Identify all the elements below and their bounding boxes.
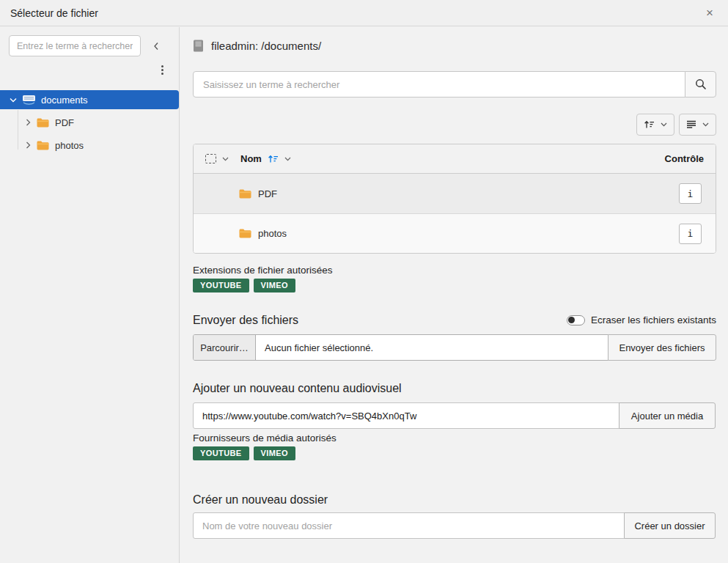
file-browser-panel: fileadmin: /documents/ Nom: [180, 27, 728, 563]
allowed-extensions-badges: YOUTUBE VIMEO: [193, 279, 295, 292]
new-folder-group: Créer un dossier: [193, 512, 716, 539]
file-input[interactable]: Parcourir… Aucun fichier sélectionné.: [193, 334, 608, 361]
info-button[interactable]: i: [679, 224, 702, 244]
modal-titlebar: Sélecteur de fichier ×: [0, 0, 728, 26]
tree-item-photos[interactable]: photos: [0, 136, 180, 155]
browse-button[interactable]: Parcourir…: [194, 335, 256, 360]
chevron-down-icon[interactable]: [284, 157, 291, 161]
chevron-down-icon[interactable]: [222, 157, 229, 161]
folder-icon: [37, 141, 49, 150]
search-button[interactable]: [685, 71, 716, 97]
allowed-extensions-label: Extensions de fichier autorisées: [193, 265, 333, 276]
upload-heading: Envoyer des fichiers: [193, 314, 298, 327]
file-list-header: Nom Contrôle: [194, 144, 716, 174]
provider-badge: VIMEO: [254, 446, 295, 460]
chevron-down-icon: [702, 122, 709, 127]
tree-guide-line: [18, 110, 18, 150]
list-view-icon: [686, 120, 696, 129]
no-file-text: Aucun fichier sélectionné.: [256, 335, 382, 360]
upload-group: Parcourir… Aucun fichier sélectionné. En…: [193, 334, 716, 361]
chevron-left-icon: [153, 42, 159, 51]
file-selector-modal: Sélecteur de fichier × documents: [0, 0, 728, 563]
media-providers-badges: YOUTUBE VIMEO: [193, 446, 295, 460]
overwrite-toggle-wrap[interactable]: Ecraser les fichiers existants: [567, 314, 716, 325]
file-list-table: Nom Contrôle PDF i photos i: [193, 144, 716, 254]
extension-badge: YOUTUBE: [193, 279, 249, 292]
chevron-right-icon[interactable]: [26, 141, 31, 149]
tree-item-documents[interactable]: documents: [0, 90, 179, 109]
media-providers-label: Fournisseurs de média autorisés: [193, 433, 337, 444]
info-button[interactable]: i: [679, 183, 702, 204]
storage-mount-icon: [22, 95, 36, 106]
column-header-name[interactable]: Nom: [240, 153, 262, 164]
folder-tree: documents PDF photos: [0, 90, 180, 155]
view-mode-dropdown[interactable]: [679, 114, 716, 136]
file-row-photos[interactable]: photos i: [194, 213, 716, 253]
column-header-control: Contrôle: [665, 153, 704, 164]
chevron-down-icon: [10, 97, 17, 103]
search-icon: [695, 78, 707, 90]
modal-title: Sélecteur de fichier: [0, 7, 98, 19]
file-row-pdf[interactable]: PDF i: [194, 174, 716, 213]
file-search-group: [193, 71, 716, 97]
media-group: Ajouter un média: [193, 402, 716, 429]
tree-item-label: documents: [41, 95, 88, 106]
new-folder-heading: Créer un nouveau dossier: [193, 493, 328, 507]
folder-icon: [37, 118, 49, 128]
folder-icon: [239, 229, 251, 238]
file-search-input[interactable]: [193, 71, 685, 97]
collapse-sidebar-button[interactable]: [153, 37, 171, 55]
tree-item-pdf[interactable]: PDF: [0, 113, 180, 132]
sort-amount-icon: [644, 120, 655, 129]
media-heading: Ajouter un nouveau contenu audiovisuel: [193, 382, 402, 395]
select-all-checkbox[interactable]: [205, 154, 216, 163]
new-folder-input[interactable]: [193, 512, 625, 539]
current-location: fileadmin: /documents/: [193, 40, 321, 52]
toggle-knob: [568, 317, 575, 323]
sort-amount-icon[interactable]: [268, 155, 279, 163]
chevron-down-icon: [661, 122, 667, 127]
extension-badge: VIMEO: [254, 279, 295, 292]
info-icon: i: [688, 228, 694, 239]
close-button[interactable]: ×: [700, 4, 719, 23]
location-title: fileadmin: /documents/: [211, 40, 321, 52]
file-row-label: photos: [258, 228, 287, 239]
overwrite-label: Ecraser les fichiers existants: [591, 314, 716, 325]
sort-order-dropdown[interactable]: [636, 114, 674, 136]
kebab-menu-icon: [161, 65, 163, 75]
view-controls: [636, 114, 716, 136]
file-row-label: PDF: [258, 188, 277, 199]
toggle-off-icon[interactable]: [567, 315, 585, 325]
info-icon: i: [688, 188, 694, 199]
chevron-right-icon[interactable]: [26, 119, 31, 126]
tree-options-button[interactable]: [153, 61, 171, 78]
storage-icon: [193, 40, 204, 52]
provider-badge: YOUTUBE: [193, 446, 249, 460]
tree-item-label: photos: [55, 140, 84, 151]
media-url-input[interactable]: [193, 402, 619, 429]
upload-submit-button[interactable]: Envoyer des fichiers: [608, 334, 716, 361]
tree-item-label: PDF: [55, 117, 74, 128]
tree-search-input[interactable]: [9, 35, 141, 56]
folder-icon: [239, 189, 251, 199]
folder-tree-sidebar: documents PDF photos: [0, 27, 180, 563]
close-icon: ×: [706, 6, 713, 20]
add-media-button[interactable]: Ajouter un média: [619, 402, 716, 429]
create-folder-button[interactable]: Créer un dossier: [624, 512, 716, 539]
